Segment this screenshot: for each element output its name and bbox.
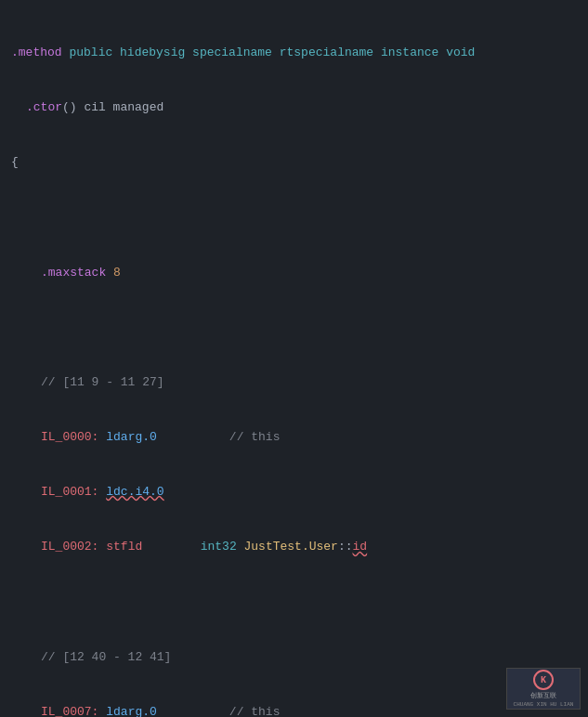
watermark: K 创新互联CHUANG XIN HU LIAN bbox=[506, 668, 581, 710]
watermark-symbol: K bbox=[533, 670, 554, 690]
code-block: .method public hidebysig specialname rts… bbox=[0, 0, 588, 717]
line-il-0000: IL_0000: ldarg.0 // this bbox=[41, 428, 577, 447]
line-il-0002: IL_0002: stfld int32 JustTest.User::id bbox=[41, 538, 577, 556]
line-2: .ctor() cil managed bbox=[26, 98, 577, 117]
line-3: { bbox=[11, 153, 577, 172]
line-comment-2: // [12 40 - 12 41] bbox=[41, 648, 577, 667]
watermark-company: 创新互联CHUANG XIN HU LIAN bbox=[514, 692, 574, 708]
line-1: .method public hidebysig specialname rts… bbox=[11, 44, 577, 62]
line-il-0001: IL_0001: ldc.i4.0 bbox=[41, 483, 577, 502]
line-comment-1: // [11 9 - 11 27] bbox=[41, 373, 577, 392]
line-il-0007: IL_0007: ldarg.0 // this bbox=[41, 703, 577, 717]
line-maxstack: .maxstack 8 bbox=[41, 264, 577, 282]
line-blank-3 bbox=[11, 593, 577, 611]
watermark-logo: K 创新互联CHUANG XIN HU LIAN bbox=[514, 670, 574, 708]
line-blank-1 bbox=[11, 208, 577, 227]
line-blank-2 bbox=[11, 319, 577, 337]
